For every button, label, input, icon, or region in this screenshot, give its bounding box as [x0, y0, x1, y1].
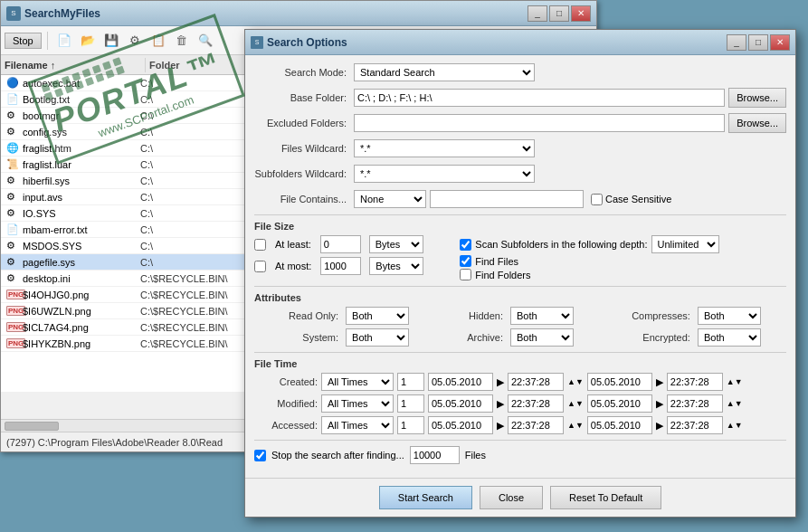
find-files-row: Find Files: [460, 255, 718, 267]
stop-search-checkbox[interactable]: [254, 450, 266, 461]
main-title: SearchMyFiles: [24, 7, 528, 20]
file-icon: 📜: [6, 158, 21, 171]
created-mode[interactable]: All TimesBeforeAfterBetween: [321, 373, 394, 391]
file-contains-type[interactable]: NoneTextBinary: [354, 190, 426, 208]
scroll-thumb[interactable]: [5, 422, 59, 431]
divider-3: [254, 352, 786, 353]
atmost-checkbox[interactable]: [254, 261, 266, 272]
created-date2[interactable]: [587, 373, 652, 391]
compresses-select[interactable]: BothYesNo: [698, 307, 761, 325]
files-wildcard-select[interactable]: *.*: [354, 139, 535, 157]
dialog-close[interactable]: ✕: [770, 34, 790, 51]
file-name-cell: 📜fraglist.luar: [1, 157, 137, 172]
accessed-date1[interactable]: [428, 416, 493, 434]
encrypted-select[interactable]: BothYesNo: [698, 328, 761, 347]
dialog-close-button[interactable]: Close: [480, 486, 543, 509]
scan-section: Scan Subfolders in the following depth: …: [460, 235, 718, 280]
atmost-unit[interactable]: BytesKBMB: [369, 257, 423, 275]
file-name-cell: 🔵autoexec.bat: [1, 76, 137, 90]
attributes-section: Attributes Read Only: BothYesNo Hidden: …: [254, 292, 786, 347]
stop-search-value[interactable]: [410, 446, 460, 464]
file-icon: 🔵: [6, 77, 21, 90]
subfolders-wildcard-select[interactable]: *.*: [354, 165, 535, 183]
modified-time2[interactable]: [667, 394, 723, 413]
find-folders-label: Find Folders: [475, 270, 530, 280]
open-button[interactable]: 📂: [77, 30, 99, 52]
created-label: Created:: [254, 376, 318, 387]
dialog-titlebar: S Search Options _ □ ✕: [245, 30, 795, 55]
delete-button[interactable]: 🗑: [171, 30, 193, 52]
scan-subfolders-row: Scan Subfolders in the following depth: …: [460, 235, 718, 253]
reset-default-button[interactable]: Reset To Default: [550, 486, 661, 509]
excluded-folders-browse[interactable]: Browse...: [728, 113, 786, 133]
depth-select[interactable]: Unlimited123: [651, 235, 719, 253]
modified-num[interactable]: [397, 394, 424, 413]
copy-button[interactable]: 📋: [147, 30, 169, 52]
close-main-button[interactable]: ✕: [571, 5, 591, 22]
accessed-num[interactable]: [397, 416, 424, 434]
atleast-value[interactable]: [320, 235, 361, 253]
file-icon: 📄: [6, 223, 21, 236]
modified-date1[interactable]: [428, 394, 493, 413]
stop-search-label: Stop the search after finding...: [271, 450, 404, 461]
hidden-select[interactable]: BothYesNo: [510, 307, 574, 325]
file-icon: PNG: [6, 337, 21, 350]
file-icon: ⚙: [6, 272, 21, 285]
dialog-minimize[interactable]: _: [727, 34, 746, 51]
created-num[interactable]: [397, 373, 424, 391]
file-name-text: $ICL7AG4.png: [23, 322, 89, 333]
options-button[interactable]: ⚙: [124, 30, 146, 52]
readonly-label: Read Only:: [263, 310, 338, 321]
created-time1[interactable]: [508, 373, 564, 391]
accessed-date2[interactable]: [587, 416, 652, 434]
base-folder-browse[interactable]: Browse...: [728, 88, 786, 108]
start-search-button[interactable]: Start Search: [379, 486, 472, 509]
atmost-value[interactable]: [320, 257, 361, 275]
file-icon: ⚙: [6, 126, 21, 138]
find-files-checkbox[interactable]: [460, 255, 471, 267]
excluded-folders-input[interactable]: [354, 114, 725, 132]
created-time2[interactable]: [667, 373, 723, 391]
modified-date2[interactable]: [587, 394, 652, 413]
scan-subfolders-label: Scan Subfolders in the following depth:: [475, 239, 647, 250]
stop-search-files-label: Files: [465, 450, 486, 461]
accessed-mode[interactable]: All TimesBeforeAfterBetween: [321, 416, 394, 434]
atleast-unit[interactable]: BytesKBMB: [369, 235, 423, 253]
accessed-time1[interactable]: [508, 416, 564, 434]
search-options-dialog: S Search Options _ □ ✕ Search Mode: Stan…: [244, 29, 796, 518]
search-mode-label: Search Mode:: [254, 67, 354, 78]
accessed-arrow1: ▶: [497, 420, 504, 432]
scan-subfolders-checkbox[interactable]: [460, 239, 471, 251]
dialog-maximize[interactable]: □: [748, 34, 768, 51]
file-icon: ⚙: [6, 240, 21, 252]
base-folder-input[interactable]: [354, 89, 725, 107]
filename-header[interactable]: Filename ↑: [1, 58, 146, 72]
created-date1[interactable]: [428, 373, 493, 391]
minimize-button[interactable]: _: [528, 5, 547, 22]
file-name-text: config.sys: [23, 127, 67, 138]
stop-button[interactable]: Stop: [5, 33, 42, 49]
modified-time1[interactable]: [508, 394, 564, 413]
file-size-content: At least: BytesKBMB At most: BytesKBMB: [254, 235, 786, 280]
accessed-time2[interactable]: [667, 416, 723, 434]
created-row: Created: All TimesBeforeAfterBetween ▶ ▲…: [254, 373, 786, 391]
file-name-cell: ⚙input.avs: [1, 190, 137, 204]
find-folders-checkbox[interactable]: [460, 269, 471, 280]
modified-row: Modified: All TimesBeforeAfterBetween ▶ …: [254, 394, 786, 413]
save-button[interactable]: 💾: [100, 30, 122, 52]
maximize-button[interactable]: □: [549, 5, 569, 22]
created-spin2: ▲▼: [727, 377, 743, 386]
base-folder-label: Base Folder:: [254, 92, 354, 103]
archive-select[interactable]: BothYesNo: [510, 328, 574, 347]
readonly-select[interactable]: BothYesNo: [346, 307, 409, 325]
search-button[interactable]: 🔍: [195, 30, 216, 52]
search-mode-select[interactable]: Standard Search Duplicate Search Summary…: [354, 63, 535, 81]
atleast-checkbox[interactable]: [254, 239, 266, 251]
accessed-row: Accessed: All TimesBeforeAfterBetween ▶ …: [254, 416, 786, 434]
new-button[interactable]: 📄: [53, 30, 75, 52]
case-sensitive-checkbox[interactable]: [591, 194, 603, 205]
file-contains-text[interactable]: [430, 190, 584, 208]
system-select[interactable]: BothYesNo: [346, 328, 409, 347]
modified-mode[interactable]: All TimesBeforeAfterBetween: [321, 394, 394, 413]
file-icon: 📄: [6, 93, 21, 106]
